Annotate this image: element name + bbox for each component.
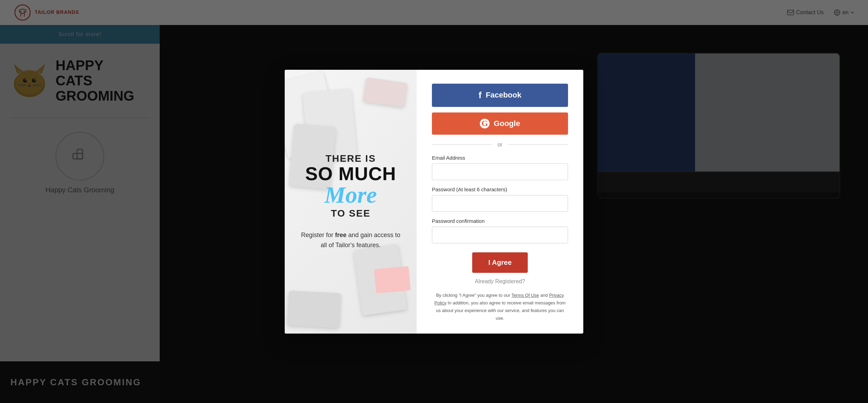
register-text: Register for free and gain access to all… — [299, 230, 403, 250]
agree-button[interactable]: I Agree — [472, 252, 528, 273]
device-card-5 — [287, 291, 341, 328]
password-label: Password (At least 6 characters) — [432, 186, 568, 192]
facebook-f-icon: f — [478, 90, 482, 101]
or-line-right — [508, 144, 568, 145]
or-text: or — [498, 142, 502, 148]
email-input[interactable] — [432, 163, 568, 180]
tagline-so-much: SO MUCH — [299, 164, 403, 183]
modal-left-panel: THERE IS SO MUCH More TO SEE Register fo… — [285, 70, 417, 334]
already-registered-link[interactable]: Already Registered? — [432, 278, 568, 285]
or-line-left — [432, 144, 492, 145]
tagline-there: THERE IS — [299, 153, 403, 164]
modal-overlay: THERE IS SO MUCH More TO SEE Register fo… — [0, 0, 868, 403]
pink-card — [374, 266, 411, 293]
email-label: Email Address — [432, 155, 568, 161]
device-card-top — [363, 77, 408, 107]
modal-right-panel: f Facebook G Google or Email Address Pas… — [417, 70, 583, 334]
facebook-login-button[interactable]: f Facebook — [432, 84, 568, 107]
password-input[interactable] — [432, 195, 568, 212]
or-divider: or — [432, 142, 568, 148]
terms-text: By clicking "I Agree" you agree to our T… — [432, 292, 568, 322]
confirm-password-label: Password confirmation — [432, 218, 568, 224]
google-g-icon: G — [480, 119, 490, 128]
tagline-to-see: TO SEE — [299, 208, 403, 219]
modal-tagline-content: THERE IS SO MUCH More TO SEE Register fo… — [299, 153, 403, 250]
google-login-button[interactable]: G Google — [432, 112, 568, 135]
terms-of-use-link[interactable]: Terms Of Use — [511, 293, 539, 298]
registration-modal: THERE IS SO MUCH More TO SEE Register fo… — [285, 70, 583, 334]
confirm-password-input[interactable] — [432, 227, 568, 243]
tagline-more: More — [299, 183, 403, 207]
